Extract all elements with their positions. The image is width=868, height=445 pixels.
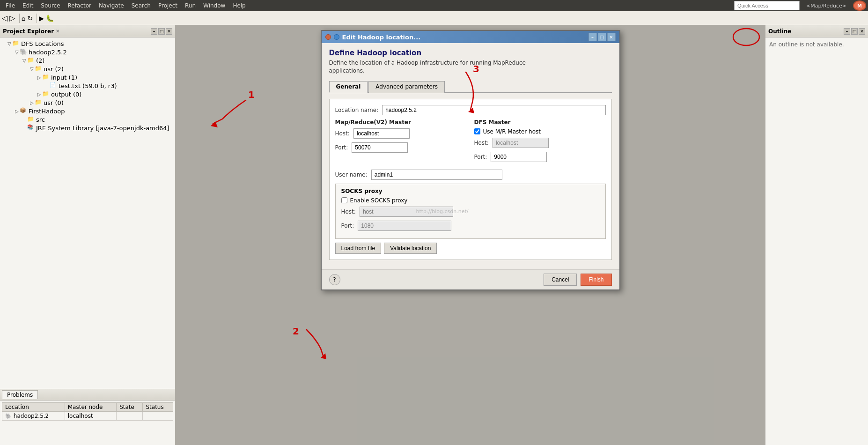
col-location: Location [2, 403, 65, 412]
toolbar-home[interactable]: ⌂ [22, 15, 26, 22]
panel-minimize[interactable]: – [151, 28, 157, 35]
socks-title: SOCKS proxy [341, 188, 600, 194]
dialog-close[interactable]: ✕ [607, 33, 616, 41]
socks-host-row: Host: http://blog.csdn.net/ [341, 207, 600, 217]
main-toolbar: ◁ ▷ ⌂ ↻ ▶ 🐛 [0, 11, 868, 25]
location-name-row: Location name: [335, 105, 606, 115]
location-name-label: Location name: [335, 107, 379, 113]
dialog-minimize[interactable]: – [588, 33, 597, 41]
socks-port-input[interactable] [358, 221, 451, 231]
socks-section: SOCKS proxy Enable SOCKS proxy Host: htt… [335, 184, 606, 239]
row-master-node: localhost [65, 412, 116, 421]
outline-content: An outline is not available. [765, 37, 868, 52]
menu-source[interactable]: Source [37, 1, 64, 10]
col-state: State [117, 403, 143, 412]
dialog-maximize[interactable]: □ [598, 33, 606, 41]
tab-advanced-parameters[interactable]: Advanced parameters [368, 81, 445, 93]
menu-window[interactable]: Window [199, 1, 229, 10]
outline-header: Outline – □ ✕ [765, 25, 868, 37]
menu-search[interactable]: Search [128, 1, 154, 10]
tree-item-hadoop[interactable]: ▽ 🐘 hadoop2.5.2 [0, 48, 175, 56]
menu-run[interactable]: Run [181, 1, 199, 10]
mr-port-row: Port: [335, 142, 467, 153]
tree-label-input: input (1) [51, 74, 77, 81]
enable-socks-checkbox[interactable] [341, 197, 347, 203]
dfs-master-col: DFS Master Use M/R Master host Host: [474, 119, 606, 166]
tree-item-usr2[interactable]: ▽ 📁 usr (2) [0, 65, 175, 73]
menu-edit[interactable]: Edit [19, 1, 37, 10]
menu-refactor[interactable]: Refactor [64, 1, 95, 10]
use-mr-master-row: Use M/R Master host [474, 128, 606, 135]
outline-panel: Outline – □ ✕ An outline is not availabl… [765, 25, 868, 445]
tree-label-usr2: usr (2) [44, 66, 64, 73]
dialog-tab-bar: General Advanced parameters [329, 81, 612, 93]
toolbar-run[interactable]: ▶ [39, 15, 44, 22]
tree-item-input[interactable]: ▷ 📁 input (1) [0, 73, 175, 82]
tree-item-usr0[interactable]: ▷ 📁 usr (0) [0, 98, 175, 107]
socks-port-row: Port: [341, 221, 600, 231]
finish-button[interactable]: Finish [581, 274, 611, 286]
toolbar-back[interactable]: ◁ [2, 14, 7, 22]
dialog-page-title: Define Hadoop location [329, 49, 612, 57]
panel-maximize[interactable]: □ [158, 28, 165, 35]
load-from-file-button[interactable]: Load from file [335, 243, 382, 254]
mr-master-title: Map/Reduce(V2) Master [335, 119, 467, 126]
dialog-dot [325, 34, 331, 40]
tree-item-test-txt[interactable]: 📄 test.txt (59.0 b, r3) [0, 82, 175, 90]
toolbar-refresh[interactable]: ↻ [28, 15, 33, 22]
project-explorer-badge: ✕ [56, 29, 59, 34]
tree-item-jre[interactable]: 📚 JRE System Library [java-7-openjdk-amd… [0, 124, 175, 132]
quick-access-input[interactable] [734, 1, 800, 10]
socks-host-label: Host: [341, 208, 356, 215]
tree-item-dfs-locations[interactable]: ▽ 📁 DFS Locations [0, 39, 175, 48]
outline-maximize[interactable]: □ [851, 28, 858, 35]
toolbar-debug[interactable]: 🐛 [46, 15, 54, 22]
row-location-icon: 🐘 [5, 413, 12, 419]
project-explorer-title: Project Explorer [3, 28, 54, 35]
outline-title: Outline [768, 28, 791, 35]
tree-item-firsthadoop[interactable]: ▷ 📦 FirstHadoop [0, 107, 175, 115]
outline-close[interactable]: ✕ [859, 28, 865, 35]
problems-table: Location Master node State Status 🐘 hado… [2, 402, 173, 421]
tree-label-hadoop: hadoop2.5.2 [29, 49, 67, 56]
mapreduce-tab-label[interactable]: <Map/Reduce> [802, 2, 850, 10]
mapreduce-icon-btn[interactable]: M [853, 0, 866, 11]
form-section: Location name: Map/Reduce(V2) Master Hos… [329, 99, 612, 260]
bottom-panel: Problems Location Master node State Stat… [0, 389, 175, 445]
center-area: Edit Hadoop location... – □ ✕ Define Had… [176, 25, 765, 445]
tab-general[interactable]: General [329, 81, 368, 93]
mr-host-input[interactable] [353, 128, 410, 139]
mr-port-label: Port: [335, 144, 348, 151]
row-location: 🐘 hadoop2.5.2 [2, 412, 65, 421]
socks-host-input[interactable] [360, 207, 453, 217]
panel-close[interactable]: ✕ [166, 28, 172, 35]
menu-help[interactable]: Help [229, 1, 249, 10]
dfs-master-title: DFS Master [474, 119, 606, 126]
outline-minimize[interactable]: – [844, 28, 850, 35]
help-button[interactable]: ? [329, 274, 340, 285]
mr-port-input[interactable] [352, 142, 408, 153]
tab-problems[interactable]: Problems [2, 390, 38, 399]
use-mr-master-checkbox[interactable] [474, 128, 480, 134]
dialog-title: Edit Hadoop location... [342, 34, 421, 41]
mr-host-label: Host: [335, 130, 350, 137]
edit-hadoop-dialog: Edit Hadoop location... – □ ✕ Define Had… [321, 30, 620, 290]
dialog-footer: ? Cancel Finish [322, 269, 619, 289]
tree-item-group2[interactable]: ▽ 📁 (2) [0, 56, 175, 65]
username-input[interactable] [371, 170, 502, 180]
tree-label-src: src [36, 116, 45, 123]
menu-file[interactable]: File [2, 1, 19, 10]
validate-location-button[interactable]: Validate location [384, 243, 437, 254]
dialog-page-desc: Define the location of a Hadoop infrastr… [329, 59, 612, 75]
location-name-input[interactable] [382, 105, 605, 115]
dfs-host-input[interactable] [493, 138, 549, 148]
mr-master-col: Map/Reduce(V2) Master Host: Port: [335, 119, 467, 166]
toolbar-forward[interactable]: ▷ [9, 14, 15, 22]
menu-navigate[interactable]: Navigate [95, 1, 128, 10]
tree-item-src[interactable]: 📁 src [0, 115, 175, 124]
enable-socks-label: Enable SOCKS proxy [350, 197, 408, 204]
tree-item-output[interactable]: ▷ 📁 output (0) [0, 90, 175, 98]
cancel-button[interactable]: Cancel [544, 274, 577, 286]
menu-project[interactable]: Project [154, 1, 181, 10]
dfs-port-input[interactable] [491, 152, 547, 162]
